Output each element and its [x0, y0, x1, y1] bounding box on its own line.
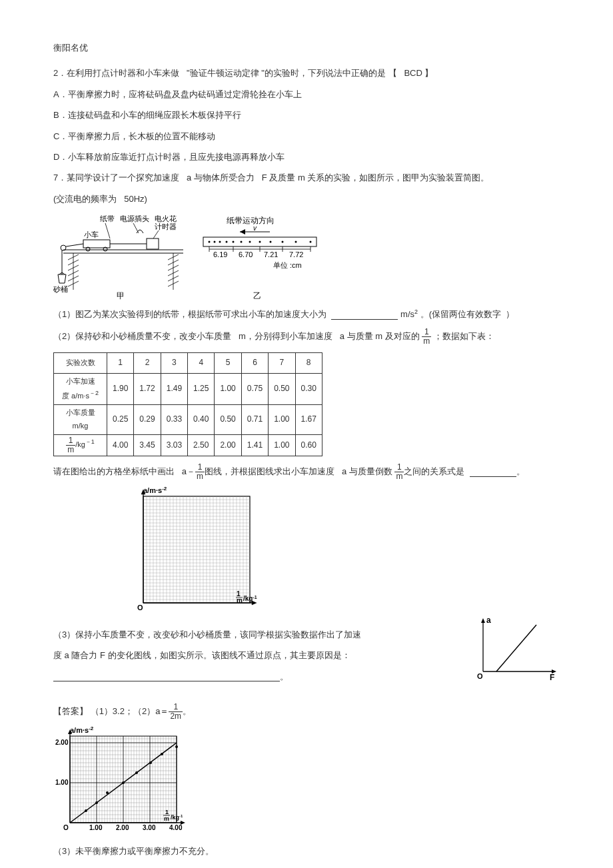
svg-text:1: 1 [165, 809, 169, 815]
svg-point-223 [122, 781, 125, 784]
q2-option-c: C．平衡摩擦力后，长木板的位置不能移动 [53, 129, 560, 144]
cell: 0.75 [241, 373, 268, 404]
svg-point-224 [135, 771, 138, 774]
svg-marker-139 [481, 618, 485, 623]
q2-stem-a-text: 2．在利用打点计时器和小车来做 [53, 68, 179, 78]
svg-rect-23 [83, 240, 110, 248]
svg-text:小车: 小车 [84, 230, 99, 238]
cell: 1.90 [107, 373, 134, 404]
svg-text:3.00: 3.00 [143, 824, 156, 831]
svg-point-49 [295, 241, 297, 243]
svg-text:2.00: 2.00 [55, 739, 69, 746]
hdr-accel: 小车加速度 a/m·s－2 [54, 373, 107, 404]
hdr-mass: 小车质量m/kg [54, 405, 107, 435]
svg-text:单位 :cm: 单位 :cm [273, 261, 302, 269]
svg-text:/kg-1: /kg-1 [171, 814, 183, 821]
cell: 1.00 [215, 373, 241, 404]
blank-relation[interactable] [470, 468, 516, 477]
svg-line-6 [153, 230, 159, 238]
cell: 3.45 [134, 434, 161, 456]
svg-line-145 [496, 625, 536, 671]
svg-point-221 [95, 801, 98, 804]
svg-text:甲: 甲 [117, 291, 125, 300]
svg-line-4 [105, 223, 110, 238]
table-row: 1m/kg－1 4.00 3.45 3.03 2.50 2.00 1.41 1.… [54, 434, 322, 456]
svg-rect-28 [147, 238, 159, 249]
svg-marker-36 [240, 229, 245, 234]
cell: 0.30 [295, 373, 322, 404]
cell: 1.00 [269, 405, 295, 435]
cell: 8 [295, 353, 322, 374]
answer-a3: （3）未平衡摩擦力或平衡摩擦力不充分。 [53, 843, 560, 859]
blank-accel[interactable] [331, 310, 398, 320]
q7-p1a-text: （1）图乙为某次实验得到的纸带，根据纸带可求出小车的加速度大小为 [53, 309, 326, 319]
q7-p3a: （3）保持小车质量不变，改变砂和小砂桶质量，该同学根据实验数据作出了加速 [53, 627, 446, 642]
svg-point-227 [175, 745, 178, 748]
q7-p1c-text: 。(保留两位有效数字 [420, 309, 501, 319]
frac-1m-1: 1m [422, 328, 431, 346]
q7-part2: （2）保持砂和小砂桶质量不变，改变小车质量 m，分别得到小车加速度 a 与质量 … [53, 328, 560, 346]
q2-option-d: D．小车释放前应靠近打点计时器，且应先接电源再释放小车 [53, 149, 560, 165]
svg-text:计时器: 计时器 [155, 222, 177, 230]
q7-p3b: 度 a 随合力 F 的变化图线，如图实所示。该图线不通过原点，其主要原因是： [53, 648, 446, 663]
q7-p2g: 图线，并根据图线求出小车加速度 [205, 466, 334, 476]
cell: 6 [241, 353, 268, 374]
q7-stem-d: (交流电的频率为 50Hz) [53, 191, 560, 207]
cell: 1.49 [161, 373, 187, 404]
svg-line-30 [66, 244, 83, 246]
svg-point-48 [282, 241, 284, 243]
svg-point-45 [249, 241, 251, 243]
cell: 2 [134, 353, 161, 374]
apparatus-diagram: 纸带 电源插头 电火花 计时器 小车 [53, 213, 187, 300]
svg-text:O: O [63, 824, 69, 831]
svg-point-226 [161, 753, 163, 755]
q7-p2j: 。 [516, 466, 525, 476]
cell: 1.25 [188, 373, 215, 404]
bracket-right: 】 [424, 68, 433, 78]
svg-text:m: m [164, 815, 169, 822]
cell: 0.40 [188, 405, 215, 435]
svg-point-220 [85, 809, 87, 812]
svg-text:a: a [486, 616, 491, 625]
svg-text:1m: 1m [237, 590, 243, 604]
frac-1m-2: 1m [195, 463, 205, 481]
q7-p2b: m，分别得到小车加速度 [239, 331, 332, 341]
cell: 1.72 [134, 373, 161, 404]
cell: 0.50 [215, 405, 241, 435]
svg-text:乙: 乙 [253, 291, 261, 300]
table-row: 小车质量m/kg 0.25 0.29 0.33 0.40 0.50 0.71 1… [54, 405, 322, 435]
cell: 7 [269, 353, 295, 374]
svg-point-44 [241, 241, 243, 243]
answer-a1: （1）3.2；（2）a＝ [91, 706, 169, 716]
q7-p1b-text: m/s [400, 309, 414, 319]
q7-stem-c-text: F 及质量 m 关系的实验，如图所示，图甲为实验装置简图。 [262, 173, 490, 183]
svg-text:a/m·s-2: a/m·s-2 [143, 486, 167, 494]
cell: 1.67 [295, 405, 322, 435]
q7-p2f: a－ [182, 466, 195, 476]
cell: 0.50 [269, 373, 295, 404]
hdr-invmass: 1m/kg－1 [54, 434, 107, 456]
a-f-graph: a F O [473, 615, 560, 681]
q2-option-b: B．连接砝码盘和小车的细绳应跟长木板保持平行 [53, 107, 560, 123]
svg-text:O: O [477, 672, 483, 680]
cell: 0.33 [161, 405, 187, 435]
frac-1m-3: 1m [394, 463, 404, 481]
svg-text:6.70: 6.70 [239, 250, 253, 258]
cell: 0.29 [134, 405, 161, 435]
answer-a1-end: 。 [183, 706, 191, 716]
svg-point-47 [270, 241, 272, 243]
cell: 0.71 [241, 405, 268, 435]
q2-option-a: A．平衡摩擦力时，应将砝码盘及盘内砝码通过定滑轮拴在小车上 [53, 87, 560, 102]
q7-p2d: ；数据如下表： [434, 331, 494, 341]
svg-text:v: v [253, 224, 257, 232]
svg-text:电源插头: 电源插头 [120, 215, 149, 222]
cell: 2.50 [188, 434, 215, 456]
cell: 1 [107, 353, 134, 374]
q2-stem: 2．在利用打点计时器和小车来做 "验证牛顿运动定律 "的实验时，下列说法中正确的… [53, 65, 560, 81]
q7-part1: （1）图乙为某次实验得到的纸带，根据纸带可求出小车的加速度大小为 m/s2 。(… [53, 306, 560, 322]
cell: 5 [215, 353, 241, 374]
svg-point-222 [106, 791, 109, 794]
svg-text:O: O [137, 604, 143, 612]
blank-reason[interactable] [53, 672, 280, 681]
answer-line1: 【答案】 （1）3.2；（2）a＝12m。 [53, 703, 560, 721]
